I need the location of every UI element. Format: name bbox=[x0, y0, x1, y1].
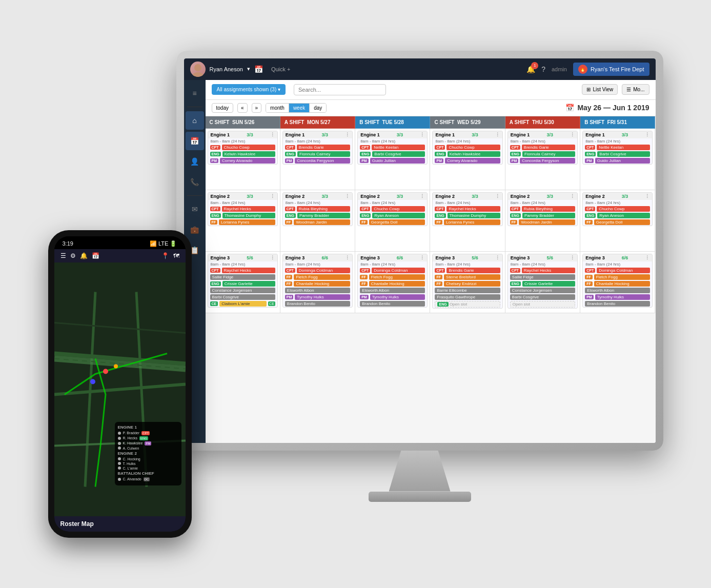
engine-menu-icon[interactable]: ⋮ bbox=[270, 194, 275, 199]
bell-icon[interactable]: 🔔 1 bbox=[526, 65, 535, 73]
staff-name[interactable]: Crissie Garlette bbox=[522, 281, 575, 287]
staff-name[interactable]: Barbi Cosgrive bbox=[510, 294, 575, 300]
staff-name[interactable]: Chucho Cowp bbox=[222, 145, 275, 150]
engine-menu-icon[interactable]: ⋮ bbox=[645, 255, 649, 260]
staff-name[interactable]: Corney Alvarado bbox=[445, 158, 500, 164]
staff-name[interactable]: Fionnula Cairney bbox=[522, 151, 575, 157]
quick-add-btn[interactable]: Quick + bbox=[271, 66, 291, 72]
staff-name[interactable]: Ryan Aneson bbox=[597, 213, 650, 218]
staff-name[interactable]: Sallie Fidge bbox=[510, 274, 575, 280]
staff-name[interactable]: Raychel Hecks bbox=[522, 268, 575, 273]
phone-map-icon[interactable]: 🗺 bbox=[173, 252, 179, 259]
staff-name[interactable]: Crissie Garlette bbox=[222, 281, 275, 287]
staff-name[interactable]: Tymothy Hulks bbox=[295, 294, 350, 300]
staff-name[interactable]: Lorianna Fynes bbox=[219, 219, 275, 225]
staff-name[interactable]: Tymothy Hulks bbox=[370, 294, 425, 300]
staff-name[interactable]: Concordia Fergyson bbox=[520, 158, 575, 164]
staff-name[interactable]: Chantalle Hocking bbox=[594, 281, 651, 287]
sidebar-item-home[interactable]: ⌂ bbox=[186, 111, 204, 130]
phone-bell-icon[interactable]: 🔔 bbox=[80, 252, 88, 259]
staff-name[interactable]: Fletch Fogg bbox=[594, 274, 651, 280]
engine-menu-icon[interactable]: ⋮ bbox=[420, 194, 424, 199]
staff-name[interactable]: Barbi Cosgrive bbox=[597, 151, 650, 157]
engine-menu-icon[interactable]: ⋮ bbox=[570, 194, 575, 199]
engine-menu-icon[interactable]: ⋮ bbox=[345, 132, 350, 137]
open-slot[interactable]: Open slot bbox=[510, 301, 575, 308]
staff-name[interactable]: Fionnula Cairney bbox=[297, 151, 350, 157]
engine-menu-icon[interactable]: ⋮ bbox=[495, 194, 500, 199]
engine-menu-icon[interactable]: ⋮ bbox=[345, 194, 350, 199]
staff-name[interactable]: Chucho Cowp bbox=[372, 206, 425, 212]
prev-btn[interactable]: « bbox=[237, 103, 248, 113]
engine-menu-icon[interactable]: ⋮ bbox=[270, 132, 275, 137]
staff-name[interactable]: Chantalle Hocking bbox=[294, 281, 350, 287]
staff-name[interactable]: Guido Jullian bbox=[370, 158, 425, 164]
staff-name[interactable]: Brandon Benito bbox=[285, 301, 350, 307]
engine-menu-icon[interactable]: ⋮ bbox=[270, 255, 275, 260]
engine-menu-icon[interactable]: ⋮ bbox=[495, 132, 500, 137]
staff-name[interactable]: Raychel Hecks bbox=[446, 206, 500, 212]
today-btn[interactable]: today bbox=[212, 103, 233, 113]
staff-name[interactable]: Pammy Bradder bbox=[522, 213, 575, 218]
sidebar-item-calendar[interactable]: 📅 bbox=[186, 132, 204, 150]
week-btn[interactable]: week bbox=[289, 104, 310, 112]
list-view-btn[interactable]: ⊞ List View bbox=[582, 84, 618, 95]
sidebar-item-phone[interactable]: 📞 bbox=[186, 173, 204, 191]
engine-menu-icon[interactable]: ⋮ bbox=[345, 255, 350, 260]
staff-name[interactable]: Raychel Hecks bbox=[222, 206, 275, 212]
staff-name[interactable]: Elsworth Albon bbox=[360, 288, 425, 293]
staff-name[interactable]: Brandon Benito bbox=[360, 301, 425, 307]
engine-menu-icon[interactable]: ⋮ bbox=[495, 255, 500, 260]
assignments-filter-btn[interactable]: All assignments shown (3) ▾ bbox=[212, 84, 286, 95]
staff-name[interactable]: Georgetta Doll bbox=[369, 219, 425, 225]
staff-name[interactable]: Corney Alvarado bbox=[220, 158, 275, 164]
staff-name[interactable]: Brendis Garie bbox=[446, 268, 500, 273]
staff-name[interactable]: Fletch Fogg bbox=[369, 274, 425, 280]
staff-name[interactable]: Kelwin Hawkslee bbox=[448, 151, 500, 157]
month-btn[interactable]: month bbox=[266, 104, 289, 112]
staff-name[interactable]: Constance Jorgensen bbox=[510, 288, 575, 293]
staff-name[interactable]: Guido Jullian bbox=[595, 158, 651, 164]
phone-calendar-icon[interactable]: 📅 bbox=[92, 252, 99, 259]
next-btn[interactable]: » bbox=[252, 103, 262, 113]
nav-username[interactable]: Ryan Aneson bbox=[210, 66, 243, 72]
staff-name[interactable]: Dominga Coldman bbox=[597, 268, 650, 273]
staff-name[interactable]: Lorianna Fynes bbox=[444, 219, 500, 225]
staff-name[interactable]: Raychel Hecks bbox=[222, 268, 275, 273]
calendar-nav-icon[interactable]: 📅 bbox=[254, 65, 263, 73]
sidebar-item-menu[interactable]: ≡ bbox=[186, 84, 204, 103]
staff-name[interactable]: Fletch Fogg bbox=[294, 274, 350, 280]
staff-name[interactable]: Woodman Jardin bbox=[294, 219, 350, 225]
staff-name[interactable]: Brandon Benito bbox=[585, 301, 650, 307]
staff-name[interactable]: Sterne Brelsford bbox=[444, 274, 500, 280]
staff-name[interactable]: Brendis Garie bbox=[522, 145, 575, 150]
staff-name[interactable]: Chucho Cowp bbox=[446, 145, 500, 150]
staff-name[interactable]: Pammy Bradder bbox=[297, 213, 350, 218]
staff-name[interactable]: Claiborn L'amie bbox=[219, 301, 267, 307]
staff-name[interactable]: Constance Jorgensen bbox=[210, 288, 275, 293]
staff-name[interactable]: Georgetta Doll bbox=[594, 219, 651, 225]
engine-menu-icon[interactable]: ⋮ bbox=[570, 255, 575, 260]
engine-menu-icon[interactable]: ⋮ bbox=[570, 132, 575, 137]
staff-name[interactable]: Woodman Jardin bbox=[519, 219, 575, 225]
staff-name[interactable]: Barrie Ellicombe bbox=[435, 288, 500, 293]
engine-menu-icon[interactable]: ⋮ bbox=[420, 255, 424, 260]
staff-name[interactable]: Dominga Coldman bbox=[372, 268, 425, 273]
staff-name[interactable]: Barbi Cosgrive bbox=[372, 151, 425, 157]
engine-menu-icon[interactable]: ⋮ bbox=[420, 132, 424, 137]
phone-gear-icon[interactable]: ⚙ bbox=[70, 252, 76, 259]
staff-name[interactable]: Brendis Garie bbox=[297, 145, 350, 150]
staff-name[interactable]: Frasquito Gawthrope bbox=[435, 294, 500, 300]
staff-name[interactable]: Thomasine Dumphy bbox=[448, 213, 500, 218]
staff-name[interactable]: Sallie Fidge bbox=[210, 274, 275, 280]
staff-name[interactable]: Tymothy Hulks bbox=[595, 294, 651, 300]
help-icon[interactable]: ? bbox=[541, 65, 545, 73]
phone-menu-icon[interactable]: ☰ bbox=[60, 252, 66, 259]
staff-name[interactable]: Chelsey Endrizzi bbox=[444, 281, 500, 287]
staff-name[interactable]: Rubia Bleything bbox=[522, 206, 575, 212]
sidebar-item-profile[interactable]: 👤 bbox=[186, 152, 204, 171]
staff-name[interactable]: Chucho Cowp bbox=[597, 206, 650, 212]
sidebar-item-messages[interactable]: ✉ bbox=[186, 200, 204, 218]
staff-name[interactable]: Dominga Coldman bbox=[297, 268, 350, 273]
engine-menu-icon[interactable]: ⋮ bbox=[645, 194, 649, 199]
